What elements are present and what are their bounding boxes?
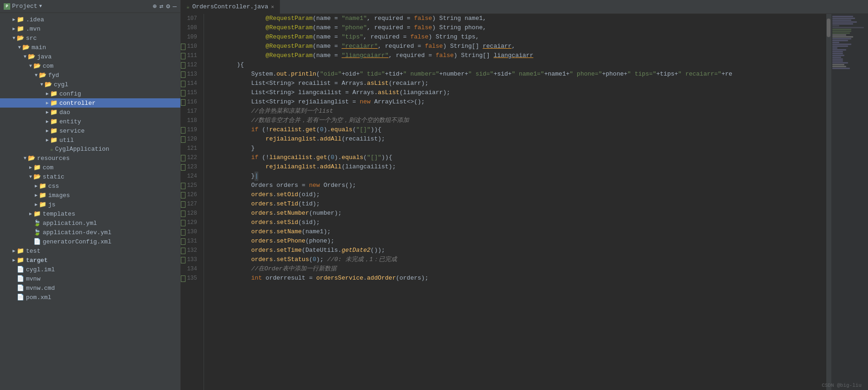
code-line-135: int orderresult = ordersService.addOrder… [208, 274, 823, 283]
ln-117: 117 [181, 107, 200, 116]
tree-label-resources: resources [37, 155, 70, 162]
tree-label-mvnw-cmd: mvnw.cmd [26, 285, 55, 292]
expand-arrow-idea: ▶ [11, 17, 17, 22]
ln-116: 116 [181, 97, 200, 107]
tree-label-fyd: fyd [48, 72, 59, 79]
folder-icon-src: 📂 [17, 34, 24, 42]
tree-item-com2[interactable]: ▶ 📁 com [0, 163, 180, 172]
folder-icon-com2: 📁 [33, 164, 41, 171]
tree-item-java[interactable]: ▼ 📂 java [0, 52, 180, 61]
tree-label-cygl-iml: cygl.iml [26, 266, 55, 273]
tree-item-util[interactable]: ▶ 📁 util [0, 135, 180, 145]
tree-item-pom-xml[interactable]: 📄 pom.xml [0, 293, 180, 302]
folder-icon-entity: 📁 [50, 118, 57, 125]
minimize-icon[interactable]: — [173, 3, 177, 10]
vertical-scrollbar[interactable] [826, 14, 831, 390]
java-tab-icon: ☕ [186, 4, 190, 10]
tree-item-src[interactable]: ▼ 📂 src [0, 33, 180, 43]
code-line-109: @RequestParam(name = "tips", required = … [208, 32, 823, 42]
tree-item-generatorconfig-xml[interactable]: 📄 generatorConfig.xml [0, 237, 180, 246]
tree-item-test[interactable]: ▶ 📁 test [0, 246, 180, 256]
tree-item-idea[interactable]: ▶ 📁 .idea [0, 15, 180, 24]
add-icon[interactable]: ⊕ [153, 2, 156, 10]
expand-arrow-js: ▶ [33, 202, 39, 207]
folder-icon-com: 📂 [33, 62, 41, 70]
project-header: P Project ▼ ⊕ ⇄ ⚙ — [0, 0, 180, 13]
tree-label-js: js [48, 201, 56, 208]
code-line-133: orders.setStatus(0); //0: 未完成，1：已完成 [208, 255, 823, 264]
tree-label-templates: templates [43, 211, 75, 217]
tree-label-util: util [59, 137, 74, 144]
xml-file-icon: 📄 [33, 238, 41, 245]
tree-item-application-dev-yml[interactable]: 🍃 application-dev.yml [0, 228, 180, 237]
ln-115: 115 [181, 88, 200, 97]
project-panel: P Project ▼ ⊕ ⇄ ⚙ — ▶ 📁 .idea ▶ 📁 .mvn [0, 0, 181, 390]
tree-item-config[interactable]: ▶ 📁 config [0, 89, 180, 98]
tree-label-test: test [26, 248, 40, 255]
folder-icon-cygl: 📂 [45, 81, 52, 88]
ln-110: 110 [181, 42, 200, 51]
ln-113: 113 [181, 70, 200, 79]
ln-107: 107 [181, 14, 200, 23]
editor-panel: ☕ OrdersController.java ✕ 107 108 109 11… [181, 0, 868, 390]
tree-label-java: java [37, 53, 51, 60]
code-line-125: Orders orders = new Orders(); [208, 181, 823, 190]
folder-icon-images: 📁 [39, 192, 46, 199]
ln-109: 109 [181, 32, 200, 42]
tree-item-dao[interactable]: ▶ 📁 dao [0, 108, 180, 117]
ln-114: 114 [181, 79, 200, 88]
tree-item-service[interactable]: ▶ 📁 service [0, 126, 180, 135]
scrollbar-thumb[interactable] [827, 19, 830, 37]
tree-item-images[interactable]: ▶ 📁 images [0, 191, 180, 200]
sync-icon[interactable]: ⇄ [160, 2, 163, 10]
folder-icon-resources: 📂 [28, 154, 35, 162]
expand-arrow-src: ▼ [11, 36, 17, 41]
folder-icon-controller: 📁 [50, 99, 57, 107]
code-line-121: } [208, 144, 823, 153]
expand-arrow-css: ▶ [33, 183, 39, 189]
tab-label: OrdersController.java [192, 3, 268, 10]
tree-item-cygl-iml[interactable]: 📄 cygl.iml [0, 265, 180, 274]
folder-icon-mvn: 📁 [17, 25, 24, 32]
tree-item-css[interactable]: ▶ 📁 css [0, 181, 180, 191]
tree-item-target[interactable]: ▶ 📁 target [0, 256, 180, 265]
tree-item-mvn[interactable]: ▶ 📁 .mvn [0, 24, 180, 33]
ln-120: 120 [181, 134, 200, 144]
tree-item-js[interactable]: ▶ 📁 js [0, 200, 180, 209]
tree-item-main[interactable]: ▼ 📂 main [0, 43, 180, 52]
tree-item-fyd[interactable]: ▼ 📂 fyd [0, 70, 180, 80]
tree-item-cyglapp[interactable]: ☕ CyglApplication [0, 145, 180, 153]
expand-arrow-templates: ▶ [28, 211, 33, 217]
tree-label-static: static [43, 173, 64, 180]
expand-arrow-main: ▼ [17, 45, 22, 50]
line-numbers: 107 108 109 110 111 112 113 114 115 116 … [181, 14, 204, 390]
tree-item-mvnw-cmd[interactable]: 📄 mvnw.cmd [0, 283, 180, 293]
code-line-129: orders.setSid(sid); [208, 218, 823, 227]
ln-118: 118 [181, 116, 200, 125]
code-line-120: rejialianglist.addAll(recailist); [208, 134, 823, 144]
tree-item-entity[interactable]: ▶ 📁 entity [0, 117, 180, 126]
tree-label-css: css [48, 183, 59, 190]
tree-item-application-yml[interactable]: 🍃 application.yml [0, 218, 180, 228]
tab-bar: ☕ OrdersController.java ✕ [181, 0, 868, 14]
code-editor[interactable]: @RequestParam(name = "name1", required =… [204, 14, 826, 390]
tree-item-templates[interactable]: ▶ 📁 templates [0, 209, 180, 218]
tab-orders-controller[interactable]: ☕ OrdersController.java ✕ [181, 0, 280, 14]
tree-item-static[interactable]: ▼ 📂 static [0, 172, 180, 181]
tab-close-icon[interactable]: ✕ [271, 4, 274, 10]
settings-icon[interactable]: ⚙ [166, 2, 170, 10]
code-line-131: orders.setPhone(phone); [208, 237, 823, 246]
ln-135: 135 [181, 274, 200, 283]
tree-item-cygl[interactable]: ▼ 📂 cygl [0, 80, 180, 89]
pom-xml-file-icon: 📄 [17, 294, 24, 301]
tree-label-pom-xml: pom.xml [26, 294, 51, 301]
tree-label-config: config [59, 90, 81, 97]
tree-item-mvnw[interactable]: 📄 mvnw [0, 274, 180, 283]
ln-127: 127 [181, 199, 200, 209]
folder-icon-idea: 📁 [17, 16, 24, 23]
tree-item-com[interactable]: ▼ 📂 com [0, 61, 180, 70]
tree-item-resources[interactable]: ▼ 📂 resources [0, 153, 180, 163]
ln-133: 133 [181, 255, 200, 264]
ln-124: 124 [181, 172, 200, 181]
tree-item-controller[interactable]: ▶ 📁 controller [0, 98, 180, 108]
